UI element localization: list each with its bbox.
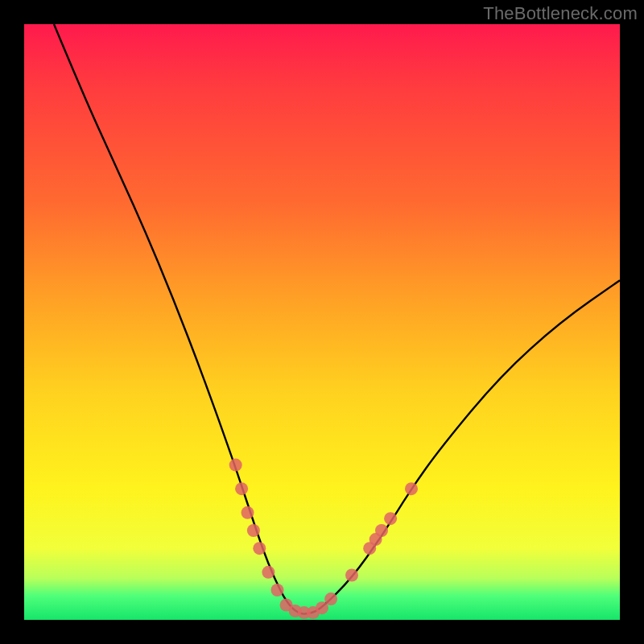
curve-marker	[242, 506, 254, 519]
curve-marker	[235, 482, 248, 495]
chart-frame: TheBottleneck.com	[0, 0, 644, 644]
curve-group	[54, 24, 620, 614]
curve-marker	[271, 584, 284, 597]
curve-marker	[324, 592, 337, 605]
plot-area	[24, 24, 620, 620]
curve-marker	[375, 524, 388, 537]
curve-marker	[247, 524, 260, 537]
curve-marker	[253, 542, 266, 555]
curve-marker	[229, 459, 242, 472]
bottleneck-curve-svg	[24, 24, 620, 620]
marker-group	[229, 459, 418, 620]
curve-marker	[384, 512, 397, 525]
curve-marker	[262, 566, 275, 579]
watermark-text: TheBottleneck.com	[483, 3, 638, 24]
curve-marker	[405, 482, 418, 495]
bottleneck-curve	[54, 24, 620, 614]
curve-marker	[345, 569, 358, 582]
